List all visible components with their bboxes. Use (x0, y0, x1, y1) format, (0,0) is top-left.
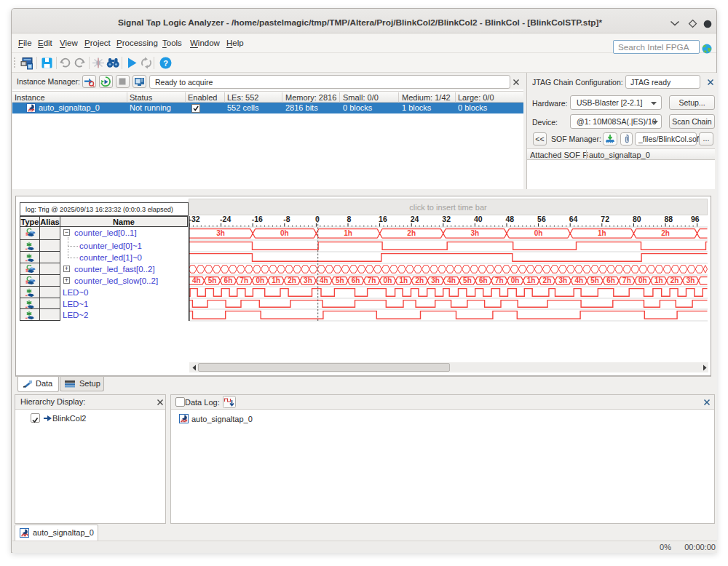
svg-text:5h: 5h (590, 276, 599, 284)
svg-text:1h: 1h (654, 276, 663, 284)
svg-text:3h: 3h (471, 229, 480, 237)
svg-text:7h: 7h (495, 276, 504, 284)
svg-text:4h: 4h (320, 276, 328, 284)
svg-text:2h: 2h (543, 276, 552, 284)
svg-text:0h: 0h (280, 229, 289, 237)
svg-text:0h: 0h (638, 276, 647, 284)
svg-text:4h: 4h (574, 276, 583, 284)
svg-text:7h: 7h (368, 276, 376, 284)
svg-text:0h: 0h (534, 229, 543, 237)
svg-text:1h: 1h (344, 229, 352, 237)
svg-text:7h: 7h (622, 276, 631, 284)
svg-text:-8: -8 (283, 216, 290, 223)
svg-text:0h: 0h (256, 276, 264, 284)
svg-text:0: 0 (315, 216, 320, 223)
svg-text:6h: 6h (606, 276, 615, 284)
svg-text:72: 72 (601, 216, 609, 223)
svg-text:0h: 0h (511, 276, 520, 284)
svg-text:6h: 6h (479, 276, 488, 284)
svg-text:?: ? (163, 59, 168, 68)
svg-text:3h: 3h (216, 229, 225, 237)
svg-text:2h: 2h (288, 276, 296, 284)
svg-text:48: 48 (506, 216, 515, 223)
svg-text:3h: 3h (304, 276, 312, 284)
svg-text:1h: 1h (598, 229, 606, 237)
svg-text:0h: 0h (384, 276, 392, 284)
svg-text:4h: 4h (192, 276, 201, 284)
svg-text:8: 8 (347, 216, 352, 223)
svg-text:5h: 5h (208, 276, 217, 284)
svg-text:5h: 5h (336, 276, 344, 284)
svg-text:5h: 5h (463, 276, 472, 284)
svg-text:-24: -24 (220, 216, 231, 223)
svg-text:1h: 1h (272, 276, 280, 284)
svg-text:80: 80 (633, 216, 641, 223)
svg-text:2h: 2h (670, 276, 679, 284)
svg-text:3h: 3h (559, 276, 568, 284)
svg-text:4h: 4h (447, 276, 456, 284)
svg-text:6h: 6h (224, 276, 233, 284)
svg-text:32: 32 (442, 216, 451, 223)
svg-text:64: 64 (569, 216, 578, 223)
svg-text:1h: 1h (400, 276, 408, 284)
svg-text:24: 24 (411, 216, 419, 223)
svg-text:40: 40 (474, 216, 483, 223)
svg-text:16: 16 (379, 216, 387, 223)
svg-text:88: 88 (665, 216, 673, 223)
svg-text:-16: -16 (252, 216, 263, 223)
svg-text:7h: 7h (240, 276, 249, 284)
svg-text:2h: 2h (407, 229, 416, 237)
svg-text:56: 56 (537, 216, 546, 223)
svg-text:2h: 2h (661, 229, 670, 237)
svg-text:3h: 3h (431, 276, 440, 284)
svg-text:-32: -32 (189, 216, 199, 223)
svg-text:6h: 6h (352, 276, 360, 284)
svg-text:96: 96 (691, 216, 700, 223)
svg-text:2h: 2h (415, 276, 424, 284)
svg-text:1h: 1h (527, 276, 536, 284)
svg-text:3h: 3h (687, 276, 695, 284)
